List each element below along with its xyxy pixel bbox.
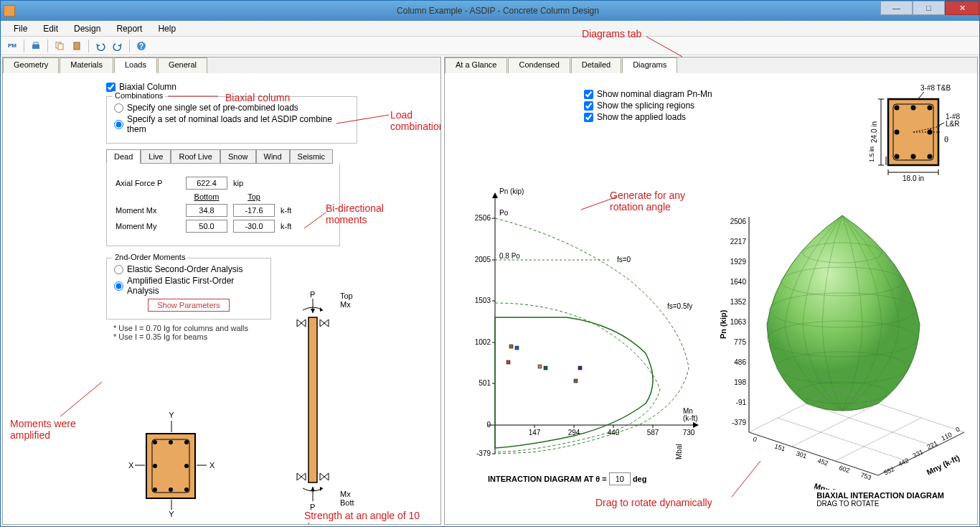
show-parameters-button[interactable]: Show Parameters — [148, 299, 229, 312]
axial-label: Axial Force P — [116, 179, 180, 187]
menu-help[interactable]: Help — [151, 22, 183, 35]
svg-point-23 — [169, 488, 173, 492]
svg-text:775: 775 — [734, 338, 746, 346]
svg-point-45 — [895, 106, 900, 111]
svg-text:221: 221 — [925, 439, 938, 451]
mx-top-input[interactable] — [233, 204, 275, 217]
svg-text:Y: Y — [169, 411, 174, 419]
copy-icon[interactable] — [52, 39, 67, 53]
svg-text:0: 0 — [752, 435, 758, 443]
svg-text:X: X — [128, 461, 134, 470]
svg-text:Mny (k-ft): Mny (k-ft) — [925, 453, 961, 477]
close-button[interactable]: ✕ — [945, 1, 979, 15]
svg-point-19 — [184, 440, 189, 444]
svg-point-52 — [928, 154, 933, 159]
rebar-top-label: 3-#8 T&B — [920, 84, 951, 92]
loadtab-live[interactable]: Live — [141, 149, 171, 164]
svg-text:2217: 2217 — [730, 238, 747, 246]
interaction-3d-chart[interactable]: Pn (kip) 250622171929 164013521063 77548… — [713, 195, 971, 490]
svg-point-22 — [153, 488, 157, 492]
tab-condensed[interactable]: Condensed — [508, 57, 570, 73]
annot-drag: Drag to rotate dynamically — [595, 497, 712, 508]
maximize-button[interactable]: □ — [913, 1, 945, 15]
my-label: Moment My — [116, 222, 180, 230]
help-icon[interactable]: ? — [134, 39, 149, 53]
left-panel: Geometry Materials Loads General Biaxial… — [2, 57, 441, 525]
combo-nominal-radio[interactable]: Specify a set of nominal loads and let A… — [114, 114, 349, 134]
svg-text:1503: 1503 — [475, 297, 491, 304]
undo-icon[interactable] — [93, 39, 108, 53]
svg-text:730: 730 — [683, 429, 695, 437]
svg-text:2005: 2005 — [475, 256, 491, 264]
loadtab-seismic[interactable]: Seismic — [290, 149, 334, 164]
angle-input[interactable] — [609, 472, 631, 485]
svg-text:-379: -379 — [476, 449, 491, 457]
svg-line-144 — [835, 418, 921, 461]
svg-text:1002: 1002 — [475, 338, 491, 346]
svg-point-20 — [153, 464, 157, 468]
tab-geometry[interactable]: Geometry — [3, 57, 59, 73]
svg-text:-379: -379 — [732, 419, 746, 426]
print-icon[interactable] — [29, 39, 43, 53]
menu-edit[interactable]: Edit — [36, 22, 65, 35]
amplified-first-radio[interactable]: Amplified Elastic First-Order Analysis — [114, 276, 263, 296]
svg-rect-104 — [578, 366, 582, 370]
svg-rect-101 — [507, 360, 510, 364]
biaxial-checkbox[interactable]: Biaxial Column — [106, 82, 430, 92]
loadtab-snow[interactable]: Snow — [220, 149, 256, 164]
tab-materials[interactable]: Materials — [60, 57, 113, 73]
svg-text:L&R: L&R — [946, 120, 959, 128]
minimize-button[interactable]: — — [880, 1, 913, 15]
svg-text:2506: 2506 — [730, 218, 747, 225]
svg-point-17 — [153, 440, 157, 444]
svg-text:(k-ft): (k-ft) — [683, 414, 698, 422]
section-xy-diagram: Y X X Y — [125, 411, 218, 518]
svg-text:552: 552 — [882, 465, 895, 477]
svg-rect-103 — [544, 366, 547, 370]
menu-design[interactable]: Design — [67, 22, 108, 35]
mx-bottom-input[interactable] — [186, 204, 227, 217]
svg-point-18 — [169, 440, 173, 444]
svg-rect-102 — [538, 365, 542, 368]
axial-input[interactable] — [186, 177, 227, 190]
elastic-second-radio[interactable]: Elastic Second-Order Analysis — [114, 264, 263, 274]
loadtab-rooflive[interactable]: Roof Live — [171, 149, 220, 164]
diagrams-body: Show nominal diagram Pn-Mn Show the spli… — [445, 73, 977, 524]
svg-point-47 — [928, 106, 933, 111]
svg-point-51 — [911, 154, 916, 159]
svg-text:110: 110 — [940, 431, 953, 442]
svg-rect-105 — [574, 379, 578, 383]
my-bottom-input[interactable] — [186, 220, 227, 233]
diagram3d-title-block: BIAXIAL INTERACTION DIAGRAM DRAG TO ROTA… — [816, 488, 944, 508]
svg-text:0: 0 — [486, 421, 491, 429]
tab-diagrams[interactable]: Diagrams — [622, 57, 677, 73]
interaction-title: INTERACTION DIAGRAM AT θ = deg — [488, 472, 646, 485]
pm-icon[interactable]: PM — [5, 39, 19, 53]
combinations-group: Combinations Specify one single set of p… — [106, 96, 357, 144]
paste-icon[interactable] — [70, 39, 84, 53]
redo-icon[interactable] — [110, 39, 125, 53]
svg-rect-100 — [515, 346, 519, 350]
menu-report[interactable]: Report — [109, 22, 149, 35]
svg-rect-0 — [32, 45, 39, 49]
svg-text:24.0 in: 24.0 in — [870, 121, 878, 143]
tab-detailed[interactable]: Detailed — [571, 57, 621, 73]
svg-text:fs=0.5fy: fs=0.5fy — [667, 302, 692, 310]
svg-text:501: 501 — [479, 379, 491, 387]
combo-single-radio[interactable]: Specify one single set of pre-combined l… — [114, 103, 349, 113]
svg-text:Mx: Mx — [340, 490, 351, 498]
tab-loads[interactable]: Loads — [114, 57, 157, 73]
my-top-input[interactable] — [233, 220, 275, 233]
svg-line-148 — [806, 404, 936, 447]
svg-line-145 — [878, 432, 964, 475]
svg-text:Mbal: Mbal — [675, 444, 683, 460]
svg-rect-29 — [308, 317, 317, 482]
tab-general[interactable]: General — [158, 57, 207, 73]
svg-text:18.0 in: 18.0 in — [903, 174, 924, 182]
svg-rect-4 — [74, 42, 80, 50]
loadtab-dead[interactable]: Dead — [106, 149, 141, 164]
loadtab-wind[interactable]: Wind — [256, 149, 290, 164]
menu-file[interactable]: File — [6, 22, 34, 35]
tab-at-a-glance[interactable]: At a Glance — [445, 57, 507, 73]
svg-point-24 — [184, 488, 189, 492]
